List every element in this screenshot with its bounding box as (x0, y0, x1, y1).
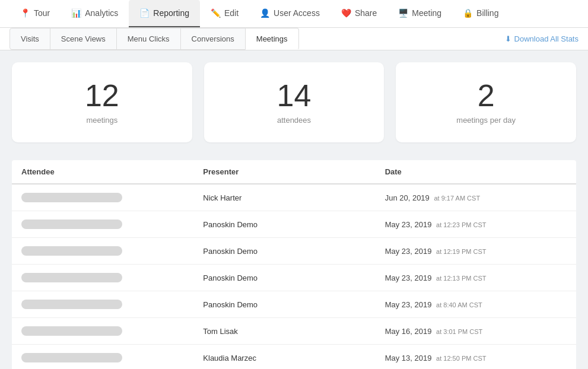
presenter-3: Panoskin Demo (203, 273, 384, 282)
presenter-4: Panoskin Demo (203, 300, 384, 309)
sub-nav-tabs: Visits Scene Views Menu Clicks Conversio… (9, 28, 298, 50)
sub-nav-right: ⬇ Download All Stats (505, 34, 579, 43)
date-4: May 23, 2019 at 8:40 AM CST (385, 300, 567, 309)
attendees-count: 14 (277, 80, 312, 111)
table-row: Panoskin Demo May 23, 2019 at 12:23 PM C… (12, 211, 576, 238)
nav-label-edit: Edit (224, 8, 239, 18)
stat-card-meetings-per-day: 2 meetings per day (396, 62, 576, 142)
presenter-0: Nick Harter (203, 193, 384, 202)
nav-item-reporting[interactable]: 📄 Reporting (129, 0, 200, 27)
table-row: Panoskin Demo May 23, 2019 at 12:19 PM C… (12, 238, 576, 265)
presenter-6: Klaudia Marzec (203, 354, 384, 362)
date-6: May 13, 2019 at 12:50 PM CST (385, 354, 567, 362)
attendee-placeholder (21, 220, 203, 229)
presenter-5: Tom Lisak (203, 327, 384, 336)
date-2: May 23, 2019 at 12:19 PM CST (385, 247, 567, 256)
date-1: May 23, 2019 at 12:23 PM CST (385, 220, 567, 229)
nav-item-billing[interactable]: 🔒 Billing (452, 0, 509, 27)
nav-label-share: Share (355, 8, 377, 18)
header-presenter: Presenter (203, 167, 384, 176)
nav-item-user-access[interactable]: 👤 User Access (249, 0, 330, 27)
stat-card-attendees: 14 attendees (204, 62, 384, 142)
nav-label-user-access: User Access (274, 8, 320, 18)
attendee-placeholder (21, 273, 203, 282)
download-all-stats-button[interactable]: ⬇ Download All Stats (505, 34, 579, 43)
header-attendee: Attendee (21, 167, 203, 176)
user-access-icon: 👤 (260, 8, 270, 18)
stats-row: 12 meetings 14 attendees 2 meetings per … (12, 62, 576, 142)
nav-item-tour[interactable]: 📍 Tour (9, 0, 61, 27)
edit-icon: ✏️ (211, 8, 221, 18)
presenter-2: Panoskin Demo (203, 247, 384, 256)
content-area: 12 meetings 14 attendees 2 meetings per … (0, 50, 588, 369)
table-row: Klaudia Marzec May 13, 2019 at 12:50 PM … (12, 345, 576, 369)
table-header: Attendee Presenter Date (12, 160, 576, 184)
table-row: Nick Harter Jun 20, 2019 at 9:17 AM CST (12, 184, 576, 211)
tab-menu-clicks[interactable]: Menu Clicks (116, 28, 181, 50)
attendee-placeholder (21, 246, 203, 256)
header-date: Date (385, 167, 567, 176)
table-row: Panoskin Demo May 23, 2019 at 12:13 PM C… (12, 265, 576, 291)
tab-scene-views[interactable]: Scene Views (50, 28, 117, 50)
top-navigation: 📍 Tour 📊 Analytics 📄 Reporting ✏️ Edit 👤… (0, 0, 588, 28)
share-icon: ❤️ (341, 8, 351, 18)
attendees-label: attendees (277, 116, 311, 125)
date-5: May 16, 2019 at 3:01 PM CST (385, 327, 567, 336)
meeting-icon: 🖥️ (398, 8, 408, 18)
sub-navigation: Visits Scene Views Menu Clicks Conversio… (0, 28, 588, 50)
meetings-count: 12 (85, 80, 119, 111)
tab-meetings[interactable]: Meetings (245, 28, 299, 50)
presenter-1: Panoskin Demo (203, 220, 384, 229)
attendee-placeholder (21, 193, 203, 202)
tour-icon: 📍 (20, 8, 30, 18)
nav-label-tour: Tour (34, 8, 50, 18)
meetings-label: meetings (86, 116, 117, 125)
tab-visits[interactable]: Visits (9, 28, 50, 50)
nav-label-meeting: Meeting (412, 8, 441, 18)
nav-item-meeting[interactable]: 🖥️ Meeting (387, 0, 452, 27)
billing-icon: 🔒 (463, 8, 473, 18)
attendee-placeholder (21, 353, 203, 362)
attendee-placeholder (21, 300, 203, 309)
meetings-table: Attendee Presenter Date Nick Harter Jun … (12, 160, 576, 369)
meetings-per-day-count: 2 (478, 80, 495, 111)
nav-item-share[interactable]: ❤️ Share (330, 0, 387, 27)
nav-label-billing: Billing (476, 8, 498, 18)
stat-card-meetings: 12 meetings (12, 62, 192, 142)
reporting-icon: 📄 (139, 8, 150, 18)
tab-conversions[interactable]: Conversions (180, 28, 246, 50)
analytics-icon: 📊 (71, 8, 81, 18)
table-row: Tom Lisak May 16, 2019 at 3:01 PM CST (12, 318, 576, 345)
attendee-placeholder (21, 326, 203, 336)
nav-label-reporting: Reporting (153, 8, 189, 18)
date-3: May 23, 2019 at 12:13 PM CST (385, 273, 567, 282)
download-icon: ⬇ (505, 34, 511, 43)
nav-item-analytics[interactable]: 📊 Analytics (61, 0, 129, 27)
date-0: Jun 20, 2019 at 9:17 AM CST (385, 193, 567, 202)
nav-item-edit[interactable]: ✏️ Edit (200, 0, 249, 27)
table-row: Panoskin Demo May 23, 2019 at 8:40 AM CS… (12, 291, 576, 318)
nav-label-analytics: Analytics (85, 8, 118, 18)
meetings-per-day-label: meetings per day (456, 116, 516, 125)
